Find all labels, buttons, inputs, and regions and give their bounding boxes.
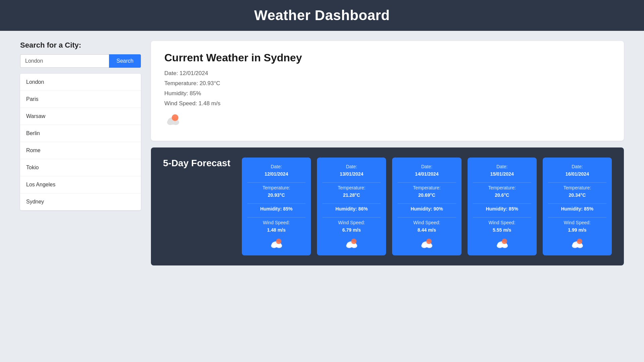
fc-wind-label: Wind Speed:	[489, 220, 516, 225]
fc-temp-value: 20.69°C	[418, 192, 435, 198]
fc-date-label: Date:	[271, 164, 282, 169]
fc-wind-value: 6.79 m/s	[342, 227, 361, 233]
forecast-card: Date: 16/01/2024 Temperature: 20.34°C Hu…	[543, 158, 612, 255]
fc-wind-label: Wind Speed:	[338, 220, 365, 225]
current-humidity: Humidity: 85%	[164, 90, 610, 97]
fc-date-value: 16/01/2024	[566, 171, 589, 177]
city-item[interactable]: Los Angeles	[20, 176, 141, 193]
fc-temp-label: Temperature:	[413, 185, 440, 190]
forecast-card: Date: 12/01/2024 Temperature: 20.93°C Hu…	[242, 158, 311, 255]
fc-humidity: Humidity: 85%	[486, 206, 518, 212]
fc-date-value: 13/01/2024	[340, 171, 363, 177]
current-temperature: Temperature: 20.93°C	[164, 80, 610, 87]
app-title: Weather Dashboard	[254, 7, 390, 23]
fc-wind-label: Wind Speed:	[263, 220, 290, 225]
fc-wind-value: 1.99 m/s	[568, 227, 586, 233]
forecast-card: Date: 15/01/2024 Temperature: 20.6°C Hum…	[468, 158, 537, 255]
city-item[interactable]: Paris	[20, 91, 141, 108]
fc-temp-label: Temperature:	[564, 185, 591, 190]
svg-point-6	[276, 243, 282, 248]
forecast-weather-icon	[571, 238, 584, 251]
fc-temp-label: Temperature:	[488, 185, 516, 190]
forecast-weather-icon	[270, 238, 283, 251]
svg-point-22	[577, 243, 583, 248]
fc-temp-value: 20.93°C	[268, 192, 285, 198]
svg-point-18	[502, 243, 508, 248]
fc-date-value: 15/01/2024	[490, 171, 514, 177]
forecast-cards: Date: 12/01/2024 Temperature: 20.93°C Hu…	[242, 158, 612, 255]
city-list: LondonParisWarsawBerlinRomeTokioLos Ange…	[20, 74, 141, 210]
fc-date-value: 14/01/2024	[415, 171, 438, 177]
current-weather-icon	[164, 112, 610, 129]
svg-point-14	[426, 243, 432, 248]
search-row: Search	[20, 54, 141, 68]
forecast-weather-icon	[495, 238, 509, 251]
fc-temp-value: 20.34°C	[569, 192, 586, 198]
city-item[interactable]: London	[20, 74, 141, 91]
city-item[interactable]: Rome	[20, 142, 141, 159]
fc-temp-value: 21.28°C	[343, 192, 360, 198]
fc-date-label: Date:	[572, 164, 583, 169]
current-date: Date: 12/01/2024	[164, 70, 610, 77]
fc-wind-label: Wind Speed:	[413, 220, 440, 225]
fc-wind-value: 8.44 m/s	[418, 227, 436, 233]
svg-point-19	[502, 239, 507, 244]
forecast-card: Date: 13/01/2024 Temperature: 21.28°C Hu…	[317, 158, 386, 255]
app-header: Weather Dashboard	[0, 0, 644, 31]
city-item[interactable]: Berlin	[20, 125, 141, 142]
search-input[interactable]	[20, 54, 109, 68]
main-layout: Search for a City: Search LondonParisWar…	[0, 31, 644, 276]
fc-wind-label: Wind Speed:	[564, 220, 591, 225]
fc-date-value: 12/01/2024	[265, 171, 288, 177]
fc-date-label: Date:	[346, 164, 357, 169]
sidebar: Search for a City: Search LondonParisWar…	[20, 41, 141, 265]
right-panel: Current Weather in Sydney Date: 12/01/20…	[151, 41, 624, 265]
city-item[interactable]: Sydney	[20, 193, 141, 210]
search-label: Search for a City:	[20, 41, 141, 50]
city-item[interactable]: Warsaw	[20, 108, 141, 125]
svg-point-15	[426, 239, 432, 244]
fc-wind-value: 1.48 m/s	[267, 227, 285, 233]
current-weather-card: Current Weather in Sydney Date: 12/01/20…	[151, 41, 624, 141]
fc-humidity: Humidity: 90%	[411, 206, 443, 212]
current-city-title: Current Weather in Sydney	[164, 52, 610, 64]
fc-temp-label: Temperature:	[338, 185, 365, 190]
forecast-weather-icon	[345, 238, 358, 251]
forecast-section: 5-Day Forecast Date: 12/01/2024 Temperat…	[151, 147, 624, 265]
svg-point-10	[351, 243, 357, 248]
svg-point-11	[351, 239, 357, 244]
fc-date-label: Date:	[421, 164, 432, 169]
search-button[interactable]: Search	[109, 54, 141, 68]
svg-point-3	[172, 114, 178, 121]
fc-humidity: Humidity: 85%	[561, 206, 593, 212]
fc-wind-value: 5.55 m/s	[493, 227, 511, 233]
forecast-title: 5-Day Forecast	[163, 158, 230, 169]
current-wind: Wind Speed: 1.48 m/s	[164, 100, 610, 107]
city-item[interactable]: Tokio	[20, 159, 141, 176]
svg-point-23	[577, 239, 582, 244]
fc-humidity: Humidity: 86%	[335, 206, 368, 212]
fc-date-label: Date:	[496, 164, 507, 169]
forecast-card: Date: 14/01/2024 Temperature: 20.69°C Hu…	[392, 158, 461, 255]
forecast-weather-icon	[420, 238, 433, 251]
svg-point-7	[276, 239, 281, 244]
fc-humidity: Humidity: 85%	[260, 206, 292, 212]
fc-temp-value: 20.6°C	[495, 192, 509, 198]
fc-temp-label: Temperature:	[263, 185, 290, 190]
